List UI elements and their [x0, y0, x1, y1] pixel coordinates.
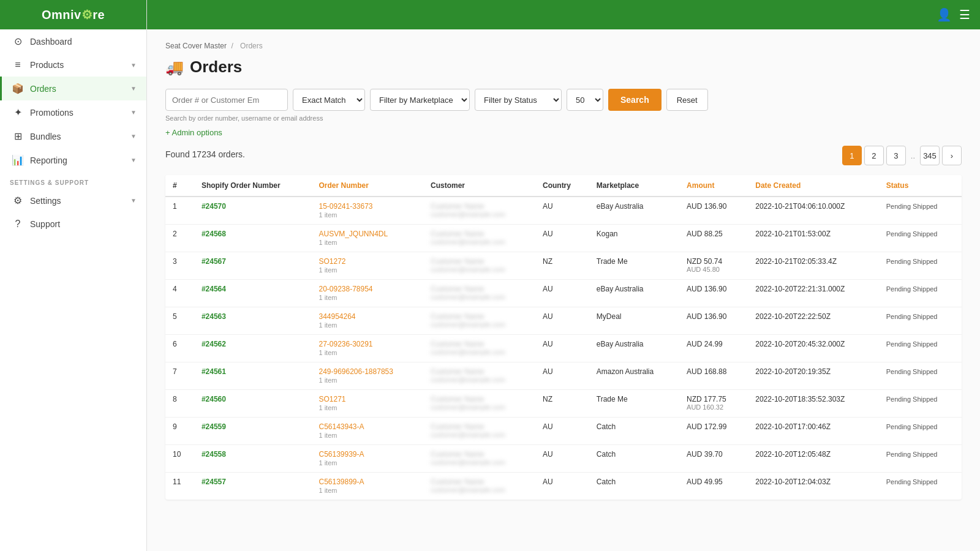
match-select[interactable]: Exact MatchPartial Match [293, 89, 365, 111]
cell-country: AU [535, 418, 589, 445]
filter-bar: Exact MatchPartial Match Filter by Marke… [165, 89, 962, 111]
cell-amount: AUD 24.99 [679, 335, 748, 362]
orders-found: Found 17234 orders. [165, 149, 245, 159]
cell-marketplace: Amazon Australia [589, 362, 679, 390]
shopify-order-link[interactable]: #24568 [202, 230, 226, 238]
cell-date: 2022-10-21T04:06:10.000Z [748, 197, 878, 225]
order-number-link[interactable]: C56139939-A [318, 450, 364, 459]
col-header-amount[interactable]: Amount [679, 175, 748, 197]
cell-status: Pending Shipped [879, 390, 962, 418]
sidebar-item-promotions[interactable]: ✦ Promotions ▼ [0, 100, 146, 124]
reporting-nav-icon: 📊 [12, 154, 24, 166]
topbar-right: 👤 ☰ [937, 7, 970, 22]
amount-main: AUD 39.70 [687, 450, 741, 459]
cell-status: Pending Shipped [879, 280, 962, 307]
col-header-date_created[interactable]: Date Created [748, 175, 878, 197]
customer-name: Customer Name [431, 450, 528, 459]
menu-icon[interactable]: ☰ [959, 7, 970, 22]
shopify-order-link[interactable]: #24564 [202, 285, 226, 293]
sidebar-item-products[interactable]: ≡ Products ▼ [0, 53, 146, 77]
cell-date: 2022-10-20T17:00:46Z [748, 418, 878, 445]
order-number-link[interactable]: SO1271 [318, 395, 345, 403]
sidebar-label-bundles: Bundles [30, 132, 130, 141]
order-number-link[interactable]: AUSVM_JQUNN4DL [318, 230, 388, 238]
breadcrumb-parent[interactable]: Seat Cover Master [165, 42, 227, 50]
table-row: 5#245633449542641 itemCustomer Namecusto… [165, 307, 962, 335]
order-number-link[interactable]: 20-09238-78954 [318, 285, 372, 293]
pagination-next-button[interactable]: › [942, 146, 962, 165]
reset-button[interactable]: Reset [666, 89, 708, 111]
sidebar-item-dashboard[interactable]: ⊙ Dashboard [0, 29, 146, 53]
shopify-order-link[interactable]: #24567 [202, 257, 226, 266]
page-btn-2[interactable]: 2 [864, 146, 884, 165]
table-row: 1#2457015-09241-336731 itemCustomer Name… [165, 197, 962, 225]
col-header-status[interactable]: Status [879, 175, 962, 197]
shopify-order-link[interactable]: #24557 [202, 478, 226, 486]
cell-status: Pending Shipped [879, 197, 962, 225]
page-title-icon: 🚚 [165, 59, 184, 76]
sidebar-item-support[interactable]: ? Support [0, 212, 146, 236]
page-btn-3[interactable]: 3 [886, 146, 906, 165]
search-input[interactable] [165, 89, 288, 111]
sidebar-item-bundles[interactable]: ⊞ Bundles ▼ [0, 124, 146, 148]
cell-date: 2022-10-20T20:19:35Z [748, 362, 878, 390]
cell-customer: Customer Namecustomer@example.com [423, 252, 535, 280]
order-number-link[interactable]: 27-09236-30291 [318, 340, 372, 348]
cell-order-number: C56139899-A1 item [311, 473, 423, 500]
customer-name: Customer Name [431, 367, 528, 376]
customer-email: customer@example.com [431, 321, 528, 328]
per-page-select[interactable]: 102550100 [567, 89, 603, 111]
table-row: 6#2456227-09236-302911 itemCustomer Name… [165, 335, 962, 362]
amount-main: NZD 177.75 [687, 395, 741, 403]
pagination-dots: .. [908, 151, 918, 160]
cell-marketplace: eBay Australia [589, 197, 679, 225]
item-count: 1 item [318, 432, 337, 439]
sidebar-item-reporting[interactable]: 📊 Reporting ▼ [0, 148, 146, 172]
admin-options-link[interactable]: + Admin options [165, 128, 222, 137]
status-select[interactable]: Filter by StatusPending ShippedShippedCa… [475, 89, 562, 111]
cell-customer: Customer Namecustomer@example.com [423, 225, 535, 252]
cell-customer: Customer Namecustomer@example.com [423, 307, 535, 335]
shopify-order-link[interactable]: #24562 [202, 340, 226, 348]
cell-order-number: SO12711 item [311, 390, 423, 418]
shopify-order-link[interactable]: #24560 [202, 395, 226, 403]
table-row: 3#24567SO12721 itemCustomer Namecustomer… [165, 252, 962, 280]
cell-amount: AUD 168.88 [679, 362, 748, 390]
search-button[interactable]: Search [608, 89, 662, 111]
cell-date: 2022-10-20T22:22:50Z [748, 307, 878, 335]
cell-shopify: #24559 [194, 418, 312, 445]
cell-order-number: AUSVM_JQUNN4DL1 item [311, 225, 423, 252]
shopify-order-link[interactable]: #24563 [202, 312, 226, 321]
order-number-link[interactable]: C56139899-A [318, 478, 364, 486]
shopify-order-link[interactable]: #24561 [202, 367, 226, 376]
shopify-order-link[interactable]: #24558 [202, 450, 226, 459]
topbar: 👤 ☰ [147, 0, 980, 29]
order-number-link[interactable]: 15-09241-33673 [318, 202, 372, 211]
marketplace-select[interactable]: Filter by MarketplaceeBay AustraliaAmazo… [370, 89, 470, 111]
sidebar-item-settings[interactable]: ⚙ Settings ▼ [0, 189, 146, 212]
status-badge: Pending Shipped [886, 395, 938, 403]
order-number-link[interactable]: 249-9696206-1887853 [318, 367, 393, 376]
order-number-link[interactable]: SO1272 [318, 257, 345, 266]
page-btn-1[interactable]: 1 [842, 146, 862, 165]
shopify-order-link[interactable]: #24559 [202, 422, 226, 431]
cell-num: 1 [165, 197, 194, 225]
page-btn-345[interactable]: 345 [920, 146, 940, 165]
cell-date: 2022-10-20T22:21:31.000Z [748, 280, 878, 307]
user-icon[interactable]: 👤 [937, 7, 952, 22]
table-header: #Shopify Order NumberOrder NumberCustome… [165, 175, 962, 197]
cell-country: NZ [535, 390, 589, 418]
page-title-row: 🚚 Orders [165, 58, 962, 77]
sidebar-item-orders[interactable]: 📦 Orders ▼ [0, 77, 146, 100]
order-number-link[interactable]: 344954264 [318, 312, 355, 321]
page-title: Orders [190, 58, 242, 77]
status-badge: Pending Shipped [886, 478, 938, 485]
order-number-link[interactable]: C56143943-A [318, 422, 364, 431]
table-row: 2#24568AUSVM_JQUNN4DL1 itemCustomer Name… [165, 225, 962, 252]
shopify-order-link[interactable]: #24570 [202, 202, 226, 211]
cell-customer: Customer Namecustomer@example.com [423, 362, 535, 390]
col-header-order_number[interactable]: Order Number [311, 175, 423, 197]
cell-num: 5 [165, 307, 194, 335]
cell-order-number: 20-09238-789541 item [311, 280, 423, 307]
cell-marketplace: eBay Australia [589, 335, 679, 362]
